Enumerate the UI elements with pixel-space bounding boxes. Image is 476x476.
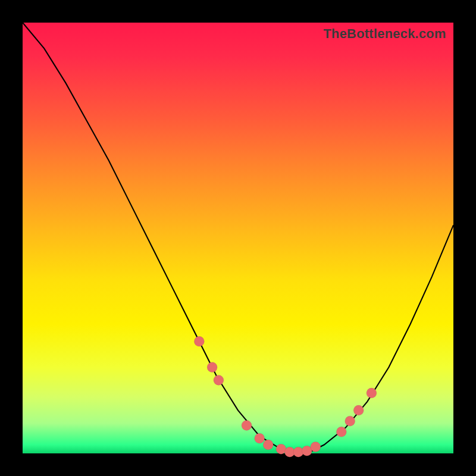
curve-layer xyxy=(23,23,453,453)
marker-dot xyxy=(242,420,252,430)
marker-dot xyxy=(214,375,224,385)
marker-dot xyxy=(263,440,273,450)
marker-dot xyxy=(311,442,321,452)
marker-dot xyxy=(194,336,204,346)
marker-dot xyxy=(336,427,346,437)
bottleneck-curve xyxy=(23,23,453,453)
marker-dot xyxy=(345,416,355,426)
marker-dot xyxy=(367,388,377,398)
marker-dot xyxy=(353,405,364,415)
plot-area: TheBottleneck.com xyxy=(23,23,453,453)
marker-dots xyxy=(194,336,377,457)
chart-frame: TheBottleneck.com xyxy=(0,0,476,476)
marker-dot xyxy=(207,362,217,372)
marker-dot xyxy=(255,433,265,443)
